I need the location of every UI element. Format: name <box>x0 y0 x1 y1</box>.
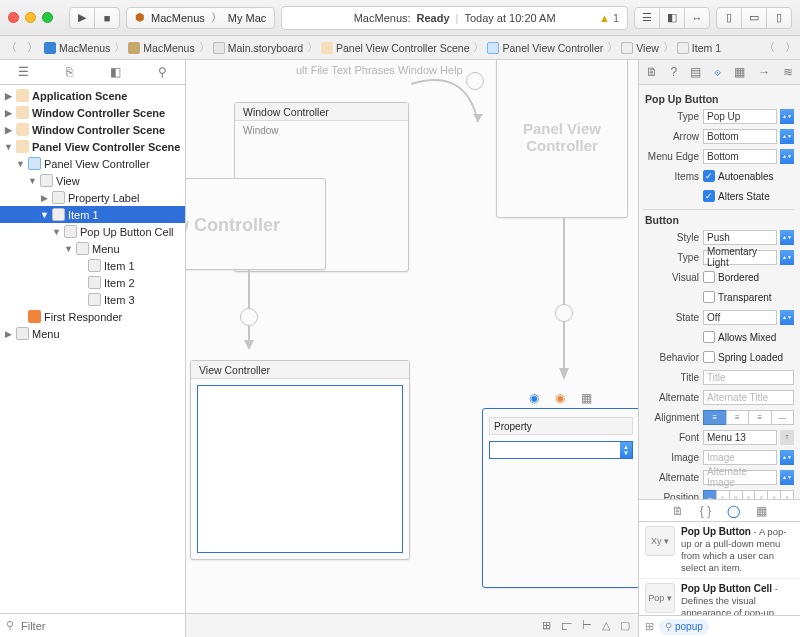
nav-tab-find[interactable]: ⚲ <box>158 65 167 79</box>
disclosure-triangle[interactable]: ▶ <box>4 108 13 118</box>
alignment-segmented[interactable]: ≡≡≡— <box>703 410 794 425</box>
editor-standard[interactable]: ☰ <box>634 7 660 29</box>
view-controller-view[interactable] <box>197 385 403 553</box>
segue-node-3[interactable] <box>555 304 573 322</box>
disclosure-triangle[interactable]: ▼ <box>40 210 49 220</box>
disclosure-triangle[interactable]: ▼ <box>4 142 13 152</box>
minimize-window[interactable] <box>25 12 36 23</box>
image-field[interactable]: Image <box>703 450 777 465</box>
crumb-view[interactable]: View〉 <box>621 41 675 55</box>
check-autoenables[interactable]: ✓ <box>703 170 715 182</box>
combo-arrows-icon[interactable]: ▲▼ <box>780 149 794 164</box>
popup-menuedge-field[interactable]: Bottom <box>703 149 777 164</box>
popup-button-selected[interactable]: ▲▼ <box>489 441 633 459</box>
panel-vc-box[interactable]: Panel View Controller <box>496 60 628 218</box>
check-transparent[interactable] <box>703 291 715 303</box>
disclosure-triangle[interactable]: ▼ <box>28 176 37 186</box>
insp-tab-size[interactable]: ▦ <box>734 65 745 79</box>
insp-tab-attributes[interactable]: ⟐ <box>714 65 721 79</box>
crumb-vc[interactable]: Panel View Controller〉 <box>487 41 619 55</box>
crumb-item[interactable]: Item 1 <box>677 42 721 54</box>
popup-type-field[interactable]: Pop Up <box>703 109 777 124</box>
editor-version[interactable]: ↔ <box>684 7 710 29</box>
outline-row[interactable]: First Responder <box>0 308 185 325</box>
disclosure-triangle[interactable]: ▶ <box>4 329 13 339</box>
outline-row[interactable]: ▶Property Label <box>0 189 185 206</box>
document-outline[interactable]: ▶Application Scene▶Window Controller Sce… <box>0 85 185 613</box>
library-filter-input[interactable] <box>714 620 794 634</box>
toggle-debug[interactable]: ▭ <box>741 7 767 29</box>
insp-tab-bindings[interactable]: ≋ <box>783 65 793 79</box>
outline-row[interactable]: ▼View <box>0 172 185 189</box>
storyboard-canvas[interactable]: ult File Text Phrases Window Help Window… <box>186 60 639 637</box>
outline-row[interactable]: ▼Pop Up Button Cell <box>0 223 185 240</box>
lib-tab-objects[interactable]: ◯ <box>727 504 740 518</box>
first-responder-icon[interactable]: ◉ <box>552 390 568 406</box>
left-vc-fragment[interactable]: ew Controller <box>186 178 326 270</box>
outline-row[interactable]: ▶Menu <box>0 325 185 342</box>
outline-row[interactable]: ▼Menu <box>0 240 185 257</box>
crumb-project[interactable]: MacMenus〉 <box>44 41 126 55</box>
issues-indicator[interactable]: ▲ 1 <box>599 12 619 24</box>
crumb-folder[interactable]: MacMenus〉 <box>128 41 210 55</box>
button-state-field[interactable]: Off <box>703 310 777 325</box>
button-alt-title-field[interactable]: Alternate Title <box>703 390 794 405</box>
button-title-field[interactable]: Title <box>703 370 794 385</box>
outline-row[interactable]: ▶Window Controller Scene <box>0 121 185 138</box>
crumb-storyboard[interactable]: Main.storyboard〉 <box>213 41 319 55</box>
jump-next[interactable]: 〉 <box>785 41 796 55</box>
combo-arrows-icon[interactable]: ▲▼ <box>780 109 794 124</box>
footer-align-icon[interactable]: ⫍ <box>561 620 572 632</box>
footer-resolve-icon[interactable]: △ <box>602 619 610 632</box>
insp-tab-identity[interactable]: ▤ <box>690 65 701 79</box>
property-label-field[interactable]: Property <box>489 417 633 435</box>
nav-tab-project[interactable]: ☰ <box>18 65 29 79</box>
outline-row[interactable]: ▶Window Controller Scene <box>0 104 185 121</box>
combo-arrows-icon[interactable]: ▲▼ <box>780 450 794 465</box>
footer-pin-icon[interactable]: ⊢ <box>582 619 592 632</box>
insp-tab-help[interactable]: ? <box>671 65 678 79</box>
insp-tab-file[interactable]: 🗎 <box>646 65 658 79</box>
segue-node-2[interactable] <box>240 308 258 326</box>
jump-prev[interactable]: 〈 <box>764 41 775 55</box>
segue-node-1[interactable] <box>466 72 484 90</box>
combo-arrows-icon[interactable]: ▲▼ <box>780 310 794 325</box>
disclosure-triangle[interactable]: ▶ <box>40 193 49 203</box>
lib-tab-media[interactable]: ▦ <box>756 504 767 518</box>
crumb-scene[interactable]: Panel View Controller Scene〉 <box>321 41 485 55</box>
lib-tab-file[interactable]: 🗎 <box>672 504 684 518</box>
library-item[interactable]: Pop ▾Pop Up Button Cell - Defines the vi… <box>639 579 800 615</box>
button-style-field[interactable]: Push <box>703 230 777 245</box>
combo-arrows-icon[interactable]: ▲▼ <box>780 129 794 144</box>
exit-icon[interactable]: ▦ <box>578 390 594 406</box>
check-allows-mixed[interactable] <box>703 331 715 343</box>
outline-row[interactable]: ▼Panel View Controller <box>0 155 185 172</box>
view-controller-box[interactable]: View Controller <box>190 360 410 560</box>
nav-tab-symbol[interactable]: ◧ <box>110 65 121 79</box>
toggle-inspector[interactable]: ▯ <box>766 7 792 29</box>
library-list[interactable]: Xy ▾Pop Up Button - A pop-up or a pull-d… <box>639 522 800 615</box>
footer-embed-icon[interactable]: ▢ <box>620 619 630 632</box>
run-button[interactable]: ▶ <box>69 7 95 29</box>
history-back[interactable]: 〈 <box>6 41 17 55</box>
font-field[interactable]: Menu 13 <box>703 430 777 445</box>
outline-row[interactable]: ▼Item 1 <box>0 206 185 223</box>
position-segmented[interactable]: –▫▫▫▫▫▫ <box>703 490 794 500</box>
nav-tab-source[interactable]: ⎘ <box>66 65 73 79</box>
editor-assistant[interactable]: ◧ <box>659 7 685 29</box>
disclosure-triangle[interactable]: ▶ <box>4 91 13 101</box>
outline-row[interactable]: ▼Panel View Controller Scene <box>0 138 185 155</box>
font-picker-icon[interactable]: T <box>780 430 794 445</box>
activity-status[interactable]: MacMenus: Ready | Today at 10:20 AM ▲ 1 <box>281 6 628 30</box>
combo-arrows-icon[interactable]: ▲▼ <box>780 470 794 485</box>
outline-row[interactable]: Item 3 <box>0 291 185 308</box>
toggle-navigator[interactable]: ▯ <box>716 7 742 29</box>
vc-proxy-icon[interactable]: ◉ <box>526 390 542 406</box>
stop-button[interactable]: ■ <box>94 7 120 29</box>
combo-arrows-icon[interactable]: ▲▼ <box>780 230 794 245</box>
check-bordered[interactable] <box>703 271 715 283</box>
disclosure-triangle[interactable]: ▼ <box>64 244 73 254</box>
disclosure-triangle[interactable]: ▶ <box>4 125 13 135</box>
popup-arrow-field[interactable]: Bottom <box>703 129 777 144</box>
history-fwd[interactable]: 〉 <box>27 41 38 55</box>
